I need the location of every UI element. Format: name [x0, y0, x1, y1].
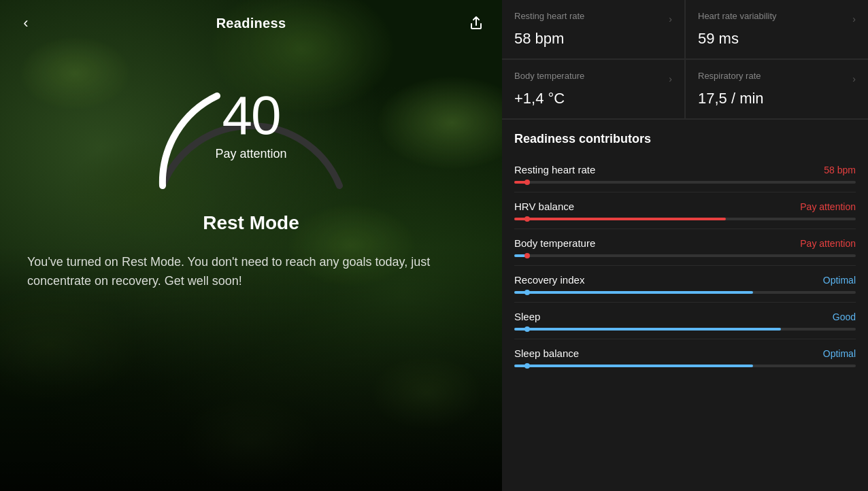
- contributor-name: Sleep: [514, 311, 540, 322]
- score-label: Pay attention: [215, 147, 286, 161]
- progress-bar-bg: [514, 254, 856, 257]
- progress-bar-bg: [514, 365, 856, 367]
- score-block: 40 Pay attention: [215, 88, 286, 161]
- stat-label-temp: Body temperature: [514, 71, 584, 81]
- contributor-item[interactable]: Resting heart rate 58 bpm: [514, 156, 856, 192]
- contributors-list: Resting heart rate 58 bpm HRV balance Pa…: [514, 156, 856, 375]
- contributor-status: 58 bpm: [824, 165, 856, 175]
- stat-body-temp[interactable]: Body temperature › +1,4 °C: [502, 60, 684, 118]
- contributor-status: Optimal: [823, 275, 856, 286]
- progress-bar-fill: [514, 365, 753, 367]
- chevron-icon-temp: ›: [669, 73, 672, 84]
- contributor-header: Sleep Good: [514, 311, 856, 322]
- rest-mode-description: You've turned on Rest Mode. You don't ne…: [0, 234, 502, 305]
- progress-dot: [524, 363, 530, 369]
- gauge-area: 40 Pay attention: [0, 46, 502, 196]
- contributors-section: Readiness contributors Resting heart rat…: [502, 120, 868, 382]
- stat-label-resp: Respiratory rate: [698, 71, 761, 81]
- right-panel: Resting heart rate › 58 bpm Heart rate v…: [502, 0, 868, 491]
- stat-value-temp: +1,4 °C: [514, 90, 672, 107]
- contributor-header: Sleep balance Optimal: [514, 348, 856, 359]
- progress-bar-bg: [514, 328, 856, 331]
- progress-bar-bg: [514, 291, 856, 294]
- chevron-icon-resp: ›: [852, 73, 856, 84]
- progress-dot: [524, 253, 530, 258]
- progress-bar-bg: [514, 181, 856, 184]
- progress-bar-fill: [514, 218, 726, 220]
- chevron-icon-rhr: ›: [669, 14, 672, 24]
- stat-resp-rate[interactable]: Respiratory rate › 17,5 / min: [686, 60, 868, 118]
- contributor-header: HRV balance Pay attention: [514, 201, 856, 212]
- contributor-status: Good: [833, 311, 856, 322]
- contributor-status: Pay attention: [800, 201, 856, 212]
- progress-dot: [524, 326, 530, 332]
- stat-label-rhr: Resting heart rate: [514, 11, 584, 21]
- stat-hrv[interactable]: Heart rate variability › 59 ms: [686, 0, 868, 58]
- progress-dot: [524, 180, 530, 185]
- left-panel: ‹ Readiness 40 Pay attention: [0, 0, 502, 491]
- stats-grid: Resting heart rate › 58 bpm Heart rate v…: [502, 0, 868, 120]
- rest-mode-section: Rest Mode You've turned on Rest Mode. Yo…: [0, 196, 502, 305]
- progress-dot: [524, 216, 530, 222]
- progress-bar-bg: [514, 218, 856, 220]
- contributors-title: Readiness contributors: [514, 132, 856, 146]
- contributor-header: Resting heart rate 58 bpm: [514, 164, 856, 175]
- contributor-item[interactable]: HRV balance Pay attention: [514, 192, 856, 229]
- contributor-name: Sleep balance: [514, 348, 579, 359]
- contributor-item[interactable]: Sleep Good: [514, 303, 856, 339]
- contributor-item[interactable]: Recovery index Optimal: [514, 266, 856, 303]
- contributor-item[interactable]: Sleep balance Optimal: [514, 339, 856, 375]
- progress-dot: [524, 290, 530, 295]
- contributor-header: Recovery index Optimal: [514, 274, 856, 286]
- contributor-name: Recovery index: [514, 274, 584, 286]
- stat-label-hrv: Heart rate variability: [698, 11, 777, 21]
- left-content: ‹ Readiness 40 Pay attention: [0, 0, 502, 491]
- header: ‹ Readiness: [0, 0, 502, 46]
- contributor-name: HRV balance: [514, 201, 574, 212]
- contributor-status: Pay attention: [800, 238, 856, 249]
- share-button[interactable]: [464, 11, 488, 35]
- chevron-icon-hrv: ›: [852, 14, 856, 24]
- page-title: Readiness: [216, 16, 286, 31]
- score-value: 40: [222, 88, 280, 143]
- rest-mode-title: Rest Mode: [0, 212, 502, 234]
- progress-bar-fill: [514, 291, 753, 294]
- stat-value-resp: 17,5 / min: [698, 90, 856, 107]
- back-button[interactable]: ‹: [14, 11, 38, 35]
- stat-value-hrv: 59 ms: [698, 30, 856, 48]
- stat-resting-heart-rate[interactable]: Resting heart rate › 58 bpm: [502, 0, 684, 58]
- share-icon: [468, 15, 484, 31]
- progress-bar-fill: [514, 328, 781, 331]
- back-icon: ‹: [23, 14, 28, 32]
- stat-value-rhr: 58 bpm: [514, 30, 672, 48]
- contributor-name: Body temperature: [514, 237, 595, 249]
- contributor-item[interactable]: Body temperature Pay attention: [514, 229, 856, 266]
- contributor-status: Optimal: [823, 348, 856, 359]
- contributor-header: Body temperature Pay attention: [514, 237, 856, 249]
- contributor-name: Resting heart rate: [514, 164, 595, 175]
